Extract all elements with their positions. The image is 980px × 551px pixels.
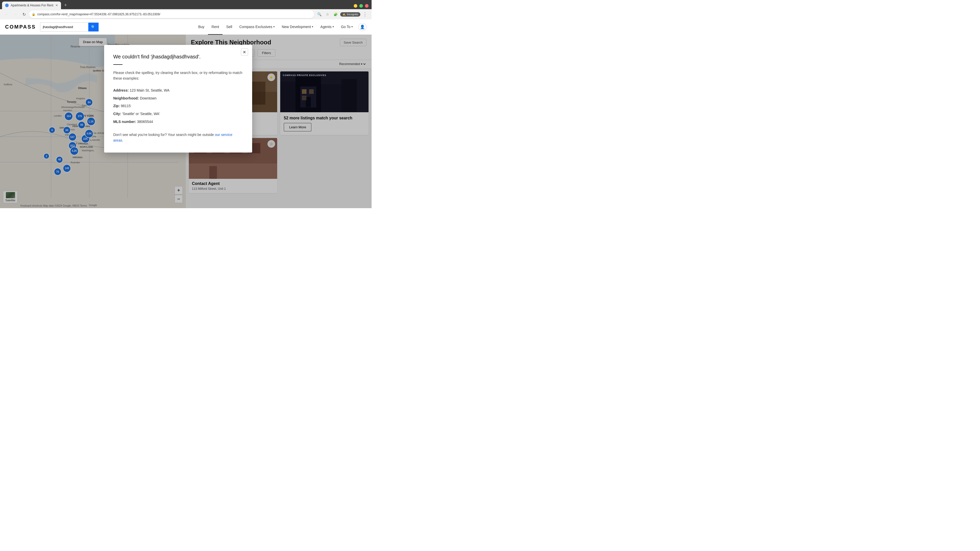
address-bar[interactable] [29,11,314,18]
back-button[interactable]: ← [3,11,10,18]
modal-service-text: Don't see what you're looking for? Your … [113,132,243,143]
new-development-chevron: ▾ [312,25,313,28]
nav-rent[interactable]: Rent [208,19,223,35]
search-icon-btn[interactable]: 🔍 [316,11,323,18]
bookmark-icon-btn[interactable]: ☆ [324,11,331,18]
example-neighborhood: Neighborhood: Downtown [113,94,243,102]
user-avatar[interactable]: 👤 [358,23,366,31]
modal-examples: Address: 123 Main St, Seattle, WA Neighb… [113,86,243,126]
modal-overlay: ✕ We couldn't find 'jhasdagdjhasdhvasd'.… [0,35,372,208]
address-bar-container: 🔒 [29,11,314,18]
forward-button[interactable]: → [12,11,19,18]
example-zip: Zip: 98115 [113,102,243,110]
header-search-bar: 🔍 [40,22,99,32]
agents-chevron: ▾ [332,25,334,28]
new-tab-button[interactable]: + [62,2,69,9]
browser-tab-active[interactable]: Apartments & Houses For Rent ✕ [2,2,61,9]
close-button[interactable] [365,4,369,8]
header-search-input[interactable] [40,23,88,32]
tab-label: Apartments & Houses For Rent [11,3,53,7]
compass-exclusives-chevron: ▾ [273,25,275,28]
menu-icon-btn[interactable]: ⋮ [361,11,369,18]
modal-divider [113,64,123,65]
app-header: COMPASS 🔍 Buy Rent Sell Compass Exclusiv… [0,19,372,35]
example-city: City: 'Seattle' or 'Seattle, WA' [113,110,243,118]
user-profile-btn[interactable]: 🕵 Incognito [340,12,360,17]
modal-description: Please check the spelling, try clearing … [113,70,243,81]
main-content: Edmundston Reserve Reserve Trois-Rivière… [0,35,372,208]
nav-compass-exclusives[interactable]: Compass Exclusives ▾ [236,19,278,35]
compass-logo[interactable]: COMPASS [5,24,36,30]
modal-title: We couldn't find 'jhasdagdjhasdhvasd'. [113,53,243,60]
tab-close-icon[interactable]: ✕ [56,3,58,7]
browser-tab-bar: Apartments & Houses For Rent ✕ + [0,0,372,9]
modal-close-button[interactable]: ✕ [241,48,248,56]
reload-button[interactable]: ↻ [21,11,27,18]
incognito-icon: 🕵 [342,13,346,16]
tab-favicon [5,3,9,7]
lock-icon: 🔒 [32,13,35,16]
minimize-button[interactable] [354,4,357,8]
example-address: Address: 123 Main St, Seattle, WA [113,86,243,94]
header-search-button[interactable]: 🔍 [88,23,99,32]
extensions-icon-btn[interactable]: 🧩 [332,11,339,18]
browser-icon-group: 🔍 ☆ 🧩 🕵 Incognito ⋮ [316,11,369,18]
example-mls: MLS number: 38065544 [113,118,243,126]
maximize-button[interactable] [360,4,363,8]
main-nav: Buy Rent Sell Compass Exclusives ▾ New D… [195,19,366,35]
go-to-chevron: ▾ [352,25,353,28]
nav-buy[interactable]: Buy [195,19,208,35]
nav-sell[interactable]: Sell [223,19,235,35]
incognito-label: Incognito [347,13,358,16]
browser-controls: ← → ↻ 🔒 🔍 ☆ 🧩 🕵 Incognito ⋮ [0,9,372,19]
window-controls [354,4,369,8]
modal-box: ✕ We couldn't find 'jhasdagdjhasdhvasd'.… [104,45,252,152]
nav-go-to[interactable]: Go To ▾ [337,19,356,35]
nav-new-development[interactable]: New Development ▾ [278,19,317,35]
nav-agents[interactable]: Agents ▾ [317,19,337,35]
